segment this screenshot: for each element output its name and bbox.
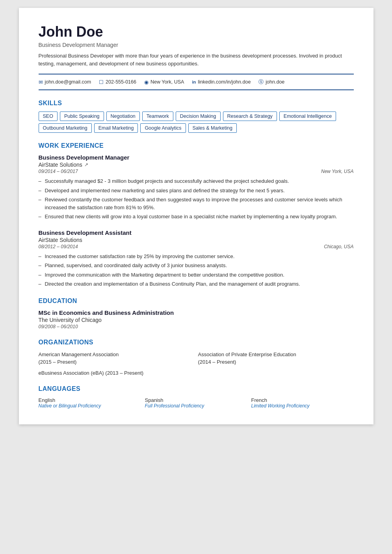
job-location: New York, USA <box>321 169 353 174</box>
skill-tag: Negotiation <box>106 112 140 121</box>
lang-name: Spanish <box>145 397 247 403</box>
skill-tag: SEO <box>39 112 58 121</box>
work-title: WORK EXPERIENCE <box>39 142 354 149</box>
linkedin-icon: in <box>192 80 196 84</box>
lang-level: Full Professional Proficiency <box>145 403 247 409</box>
bullet-item: Ensured that new clients will grow into … <box>39 213 354 221</box>
education-entry: MSc in Economics and Business Administra… <box>39 309 354 329</box>
job-company: AirState Solutions ↗ <box>39 162 354 168</box>
skill-tag: Google Analytics <box>140 123 186 133</box>
bullet-item: Successfully managed $2 - 3 million budg… <box>39 177 354 185</box>
bullet-item: Reviewed constantly the customer feedbac… <box>39 196 354 211</box>
resume-container: John Doe Business Development Manager Pr… <box>19 8 373 424</box>
skill-tag: Email Marketing <box>94 123 138 133</box>
bullet-item: Improved the communication with the Mark… <box>39 271 354 279</box>
edu-dates: 09/2008 – 06/2010 <box>39 324 354 329</box>
contact-skype: ⓢ john.doe <box>258 78 284 86</box>
lang-level: Native or Bilingual Proficiency <box>39 403 141 409</box>
skill-tag: Outbound Marketing <box>39 123 92 133</box>
org-item: American Management Association(2015 – P… <box>39 351 194 366</box>
languages-section: LANGUAGES English Native or Bilingual Pr… <box>39 385 354 409</box>
skills-list: SEOPublic SpeakingNegotiationTeamworkDec… <box>39 112 354 133</box>
job-meta: 09/2014 – 06/2017 New York, USA <box>39 169 354 174</box>
job-title: Business Development Assistant <box>39 229 354 236</box>
org-grid: American Management Association(2015 – P… <box>39 351 354 366</box>
education-section: EDUCATION MSc in Economics and Business … <box>39 297 354 329</box>
job-dates: 09/2014 – 06/2017 <box>39 169 78 174</box>
company-link-icon: ↗ <box>84 162 88 167</box>
skill-tag: Decision Making <box>176 112 221 121</box>
candidate-name: John Doe <box>39 24 354 40</box>
job-meta: 08/2012 – 09/2014 Chicago, USA <box>39 244 354 249</box>
bullet-item: Developed and implemented new marketing … <box>39 187 354 195</box>
skill-tag: Teamwork <box>142 112 173 121</box>
work-jobs-container: Business Development Manager AirState So… <box>39 154 354 288</box>
contact-email: ✉ john.doe@gmail.com <box>39 79 91 85</box>
lang-name: English <box>39 397 141 403</box>
organizations-section: ORGANIZATIONS American Management Associ… <box>39 339 354 376</box>
bullet-item: Directed the creation and implementation… <box>39 280 354 288</box>
job-location: Chicago, USA <box>324 244 353 249</box>
lang-item: French Limited Working Proficiency <box>251 397 354 409</box>
lang-item: English Native or Bilingual Proficiency <box>39 397 141 409</box>
job-company: AirState Solutions <box>39 237 354 243</box>
skill-tag: Public Speaking <box>60 112 104 121</box>
skills-section: SKILLS SEOPublic SpeakingNegotiationTeam… <box>39 100 354 133</box>
education-title: EDUCATION <box>39 297 354 305</box>
skill-tag: Emotional Intelligence <box>279 112 336 121</box>
job-bullets: Increased the customer satisfaction rate… <box>39 253 354 288</box>
skill-tag: Sales & Marketing <box>188 123 237 133</box>
lang-name: French <box>251 397 354 403</box>
work-entry: Business Development Assistant AirState … <box>39 229 354 288</box>
edu-degree: MSc in Economics and Business Administra… <box>39 309 354 316</box>
org-item: Association of Private Enterprise Educat… <box>198 351 354 366</box>
bullet-item: Planned, supervised, and coordinated dai… <box>39 262 354 270</box>
job-bullets: Successfully managed $2 - 3 million budg… <box>39 177 354 221</box>
job-dates: 08/2012 – 09/2014 <box>39 244 78 249</box>
contact-bar: ✉ john.doe@gmail.com ☐ 202-555-0166 ◉ Ne… <box>39 74 354 90</box>
contact-linkedin: in linkedin.com/in/john.doe <box>192 79 251 85</box>
work-experience-section: WORK EXPERIENCE Business Development Man… <box>39 142 354 288</box>
email-icon: ✉ <box>39 79 43 85</box>
phone-icon: ☐ <box>99 79 104 85</box>
languages-title: LANGUAGES <box>39 385 354 392</box>
organizations-title: ORGANIZATIONS <box>39 339 354 346</box>
edu-school: The University of Chicago <box>39 317 354 323</box>
contact-location: ◉ New York, USA <box>144 79 184 85</box>
location-icon: ◉ <box>144 79 149 85</box>
candidate-summary: Professional Business Developer with mor… <box>39 52 354 67</box>
candidate-title: Business Development Manager <box>39 42 354 48</box>
header-section: John Doe Business Development Manager Pr… <box>39 24 354 67</box>
skype-icon: ⓢ <box>258 78 264 86</box>
contact-phone: ☐ 202-555-0166 <box>99 79 136 85</box>
lang-item: Spanish Full Professional Proficiency <box>145 397 247 409</box>
lang-level: Limited Working Proficiency <box>251 403 354 409</box>
skills-title: SKILLS <box>39 100 354 107</box>
bullet-item: Increased the customer satisfaction rate… <box>39 253 354 260</box>
org-item: eBusiness Association (eBA) (2013 – Pres… <box>39 370 354 376</box>
work-entry: Business Development Manager AirState So… <box>39 154 354 221</box>
job-title: Business Development Manager <box>39 154 354 161</box>
skill-tag: Research & Strategy <box>223 112 277 121</box>
